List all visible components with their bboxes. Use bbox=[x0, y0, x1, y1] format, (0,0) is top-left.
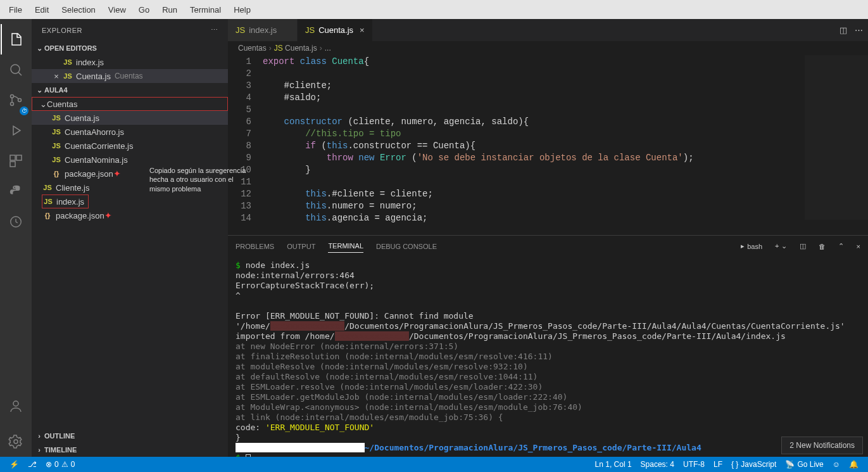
tab-cuenta[interactable]: JSCuenta.js× bbox=[298, 19, 373, 41]
status-eol[interactable]: LF bbox=[709, 460, 727, 469]
tab-actions: ◫ ⋯ bbox=[840, 19, 868, 41]
breadcrumbs[interactable]: Cuentas› JS Cuenta.js› ... bbox=[228, 41, 868, 55]
menu-terminal[interactable]: Terminal bbox=[184, 3, 227, 17]
activity-settings[interactable] bbox=[1, 426, 31, 457]
chevron-right-icon: › bbox=[34, 446, 44, 454]
js-icon: JS bbox=[42, 198, 54, 205]
editor-area: JSindex.js JSCuenta.js× ◫ ⋯ Cuentas› JS … bbox=[228, 19, 868, 457]
js-icon: JS bbox=[305, 25, 315, 35]
notification-toast[interactable]: 2 New Notifications bbox=[781, 437, 863, 454]
menu-help[interactable]: Help bbox=[227, 3, 257, 17]
menu-go[interactable]: Go bbox=[132, 3, 156, 17]
js-icon: JS bbox=[51, 156, 62, 163]
json-icon: {} bbox=[51, 170, 62, 177]
status-errors[interactable]: ⊗ 0 ⚠ 0 bbox=[41, 460, 79, 469]
menu-selection[interactable]: Selection bbox=[55, 3, 101, 17]
status-bell[interactable]: 🔔 bbox=[845, 460, 863, 469]
split-editor-icon[interactable]: ◫ bbox=[840, 25, 847, 35]
status-spaces[interactable]: Spaces: 4 bbox=[636, 460, 679, 469]
js-icon: JS bbox=[51, 128, 62, 136]
close-icon[interactable]: × bbox=[360, 25, 365, 35]
svg-point-2 bbox=[11, 103, 14, 106]
activity-explorer[interactable] bbox=[1, 24, 31, 54]
open-editors-header[interactable]: ⌄OPEN EDITORS bbox=[32, 41, 228, 55]
activity-extensions[interactable] bbox=[1, 146, 31, 176]
panel-tab-problems[interactable]: PROBLEMS bbox=[236, 240, 274, 253]
json-icon: {} bbox=[42, 212, 53, 219]
kill-terminal-icon[interactable]: 🗑 bbox=[819, 243, 826, 250]
menu-view[interactable]: View bbox=[102, 3, 132, 17]
open-editors-tree: JSindex.js ×JSCuenta.jsCuentas bbox=[32, 55, 228, 83]
file-item[interactable]: JSCuentaCorriente.js bbox=[32, 139, 228, 153]
folder-cuentas[interactable]: ⌄Cuentas bbox=[32, 97, 228, 111]
js-icon: JS bbox=[62, 58, 73, 66]
more-icon[interactable]: ⋯ bbox=[855, 25, 863, 35]
panel-tab-terminal[interactable]: TERMINAL bbox=[328, 239, 363, 253]
svg-rect-5 bbox=[16, 155, 22, 160]
file-item[interactable]: JSCuentaAhorro.js bbox=[32, 125, 228, 139]
menu-file[interactable]: File bbox=[3, 3, 28, 17]
panel-tab-debug[interactable]: DEBUG CONSOLE bbox=[376, 240, 437, 253]
new-terminal-icon[interactable]: + ⌄ bbox=[775, 242, 786, 250]
activity-debug[interactable] bbox=[1, 115, 31, 146]
code-editor[interactable]: 1234567891011121314 export class Cuenta{… bbox=[228, 55, 868, 235]
annotation-star-icon: ✦ bbox=[104, 210, 112, 220]
workspace-header[interactable]: ⌄AULA4 bbox=[32, 83, 228, 97]
js-icon: JS bbox=[51, 142, 62, 150]
menu-edit[interactable]: Edit bbox=[28, 3, 55, 17]
svg-point-8 bbox=[13, 401, 18, 406]
status-branch[interactable]: ⎇ bbox=[23, 460, 41, 469]
status-remote[interactable]: ⚡ bbox=[5, 460, 23, 469]
file-item[interactable]: JSCuenta.js bbox=[32, 111, 228, 125]
annotation-text: Copiado según la suregerencia hecha a ot… bbox=[149, 166, 251, 193]
activity-bar: ⏱ bbox=[0, 19, 32, 457]
status-bar: ⚡ ⎇ ⊗ 0 ⚠ 0 Ln 1, Col 1 Spaces: 4 UTF-8 … bbox=[0, 457, 868, 472]
split-terminal-icon[interactable]: ◫ bbox=[800, 242, 806, 250]
close-panel-icon[interactable]: × bbox=[857, 243, 860, 250]
annotation-star-icon: ✦ bbox=[113, 169, 121, 179]
status-encoding[interactable]: UTF-8 bbox=[679, 460, 709, 469]
svg-rect-4 bbox=[10, 155, 15, 160]
status-feedback[interactable]: ☺ bbox=[828, 460, 845, 469]
activity-search[interactable] bbox=[1, 54, 31, 85]
js-icon: JS bbox=[62, 72, 73, 80]
workspace-tree: ⌄Cuentas JSCuenta.js JSCuentaAhorro.js J… bbox=[32, 97, 228, 222]
file-item[interactable]: {}package.json✦ bbox=[32, 208, 228, 222]
open-editor-item[interactable]: JSindex.js bbox=[32, 55, 228, 69]
tab-index[interactable]: JSindex.js bbox=[228, 19, 298, 41]
file-item[interactable]: JSindex.js bbox=[42, 195, 89, 208]
activity-liveshare[interactable] bbox=[1, 207, 31, 237]
terminal-output[interactable]: $ node index.js node:internal/errors:464… bbox=[228, 257, 868, 457]
outline-header[interactable]: ›OUTLINE bbox=[32, 429, 228, 443]
activity-scm[interactable]: ⏱ bbox=[1, 85, 31, 115]
js-icon: JS bbox=[274, 44, 283, 53]
svg-point-9 bbox=[14, 440, 18, 443]
file-item[interactable]: JSCuentaNomina.js bbox=[32, 153, 228, 167]
menubar: File Edit Selection View Go Run Terminal… bbox=[0, 0, 868, 19]
terminal-shell-select[interactable]: ▸ bash bbox=[741, 242, 762, 250]
svg-rect-6 bbox=[10, 162, 15, 167]
js-icon: JS bbox=[236, 25, 245, 35]
panel-tabs: PROBLEMS OUTPUT TERMINAL DEBUG CONSOLE ▸… bbox=[228, 236, 868, 257]
code-content[interactable]: export class Cuenta{ #cliente; #saldo; c… bbox=[263, 55, 868, 235]
open-editor-item[interactable]: ×JSCuenta.jsCuentas bbox=[32, 69, 228, 83]
timeline-header[interactable]: ›TIMELINE bbox=[32, 443, 228, 457]
status-language[interactable]: { } JavaScript bbox=[727, 460, 781, 469]
js-icon: JS bbox=[42, 184, 53, 191]
panel: PROBLEMS OUTPUT TERMINAL DEBUG CONSOLE ▸… bbox=[228, 235, 868, 457]
chevron-down-icon: ⌄ bbox=[40, 99, 47, 109]
status-lncol[interactable]: Ln 1, Col 1 bbox=[591, 460, 636, 469]
minimap[interactable] bbox=[805, 55, 868, 220]
status-golive[interactable]: 📡 Go Live bbox=[781, 460, 827, 469]
js-icon: JS bbox=[51, 114, 62, 122]
sidebar-more-icon[interactable]: ⋯ bbox=[211, 26, 218, 34]
menu-run[interactable]: Run bbox=[156, 3, 184, 17]
svg-point-0 bbox=[11, 65, 20, 73]
maximize-panel-icon[interactable]: ⌃ bbox=[838, 242, 844, 250]
close-icon[interactable]: × bbox=[51, 72, 62, 81]
activity-python[interactable] bbox=[1, 176, 31, 207]
activity-account[interactable] bbox=[1, 391, 31, 421]
panel-tab-output[interactable]: OUTPUT bbox=[287, 240, 315, 253]
scm-badge-icon: ⏱ bbox=[20, 106, 28, 115]
line-gutter: 1234567891011121314 bbox=[228, 55, 263, 235]
